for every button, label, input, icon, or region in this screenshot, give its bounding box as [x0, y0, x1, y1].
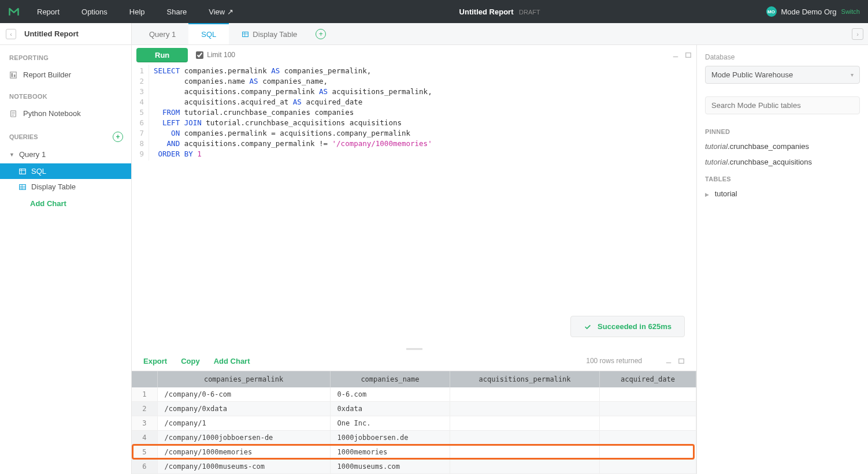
table-body: 1/company/0-6-com0-6.com2/company/0xdata…: [132, 387, 696, 474]
tab-display-table[interactable]: Display Table: [229, 23, 310, 44]
pinned-table[interactable]: tutorial.crunchbase_companies: [697, 139, 868, 154]
menu-options[interactable]: Options: [81, 8, 107, 16]
report-title: Untitled Report DRAFT: [233, 8, 766, 16]
expand-button[interactable]: ›: [852, 28, 863, 40]
table-cell: [599, 460, 696, 474]
drag-handle[interactable]: [132, 346, 696, 351]
table-cell: [599, 445, 696, 460]
table-cell: /company/0xdata: [157, 402, 330, 416]
sidebar-add-chart[interactable]: Add Chart: [0, 195, 131, 212]
table-row[interactable]: 6/company/1000museums-com1000museums.com: [132, 460, 696, 474]
org-name[interactable]: Mode Demo Org: [781, 8, 837, 16]
status-text: Succeeded in 625ms: [598, 322, 672, 331]
section-queries-label: QUERIES: [9, 133, 38, 140]
limit-label: Limit 100: [207, 51, 235, 59]
column-header[interactable]: companies_permalink: [157, 371, 330, 387]
pinned-table[interactable]: tutorial.crunchbase_acquisitions: [697, 154, 868, 170]
export-button[interactable]: Export: [143, 357, 167, 365]
line-gutter: 123456789: [132, 65, 149, 161]
org-avatar: MO: [766, 6, 777, 17]
add-tab-button[interactable]: +: [316, 29, 326, 39]
topbar-menu: Report Options Help Share View ↗: [37, 8, 233, 16]
menu-help[interactable]: Help: [129, 8, 145, 16]
results-toolbar: Export Copy Add Chart 100 rows returned: [132, 351, 696, 371]
topbar-right: MO Mode Demo Org Switch: [766, 6, 860, 17]
sidebar-item-label: Display Table: [31, 182, 76, 191]
column-header[interactable]: companies_name: [330, 371, 450, 387]
tab-query-1[interactable]: Query 1: [136, 23, 188, 44]
table-cell: [450, 431, 600, 445]
check-icon: [584, 323, 592, 331]
svg-rect-2: [14, 74, 16, 77]
column-header[interactable]: acquired_date: [599, 371, 696, 387]
sidebar-item-label: Report Builder: [23, 70, 71, 79]
notebook-icon: [9, 110, 17, 118]
maximize-icon[interactable]: [678, 357, 685, 364]
maximize-icon[interactable]: [685, 51, 692, 58]
back-button[interactable]: ‹: [6, 29, 16, 39]
sql-code[interactable]: SELECT companies.permalink AS companies_…: [149, 65, 437, 161]
table-row[interactable]: 5/company/1000memories1000memories: [132, 445, 696, 460]
table-icon: [242, 31, 249, 38]
tab-label: Query 1: [149, 30, 176, 39]
svg-rect-10: [20, 184, 26, 189]
sidebar-item-python-notebook[interactable]: Python Notebook: [0, 104, 131, 122]
table-cell: /company/0-6-com: [157, 387, 330, 402]
rows-returned: 100 rows returned: [586, 357, 642, 365]
sidebar-sql[interactable]: SQL: [0, 163, 131, 179]
table-cell: 1000memories: [330, 445, 450, 460]
run-button[interactable]: Run: [136, 48, 188, 62]
sidebar-item-report-builder[interactable]: Report Builder: [0, 66, 131, 84]
pinned-label: PINNED: [697, 122, 868, 139]
sidebar-item-label: Query 1: [19, 150, 46, 159]
menu-share[interactable]: Share: [167, 8, 187, 16]
table-row[interactable]: 1/company/0-6-com0-6.com: [132, 387, 696, 402]
tab-sql[interactable]: SQL: [188, 23, 229, 44]
right-pane: Database Mode Public Warehouse ▾ PINNED …: [697, 45, 868, 474]
status-pill: Succeeded in 625ms: [570, 316, 685, 337]
database-value: Mode Public Warehouse: [711, 70, 793, 79]
table-schema-item[interactable]: ▶ tutorial: [697, 186, 868, 201]
results-table-wrap[interactable]: companies_permalinkcompanies_nameacquisi…: [132, 371, 696, 474]
logo-icon: [8, 6, 20, 17]
minimize-icon[interactable]: [665, 357, 672, 364]
svg-rect-20: [679, 359, 684, 364]
editor-toolbar: Run Limit 100: [132, 45, 696, 65]
table-row[interactable]: 2/company/0xdata0xdata: [132, 402, 696, 416]
table-icon: [18, 183, 27, 191]
table-cell: [450, 416, 600, 431]
database-label: Database: [697, 45, 868, 66]
svg-rect-14: [243, 32, 248, 36]
sql-editor[interactable]: 123456789 SELECT companies.permalink AS …: [132, 65, 696, 161]
table-cell: [450, 445, 600, 460]
add-chart-button[interactable]: Add Chart: [214, 357, 250, 365]
column-header[interactable]: acquisitions_permalink: [450, 371, 600, 387]
table-cell: 0xdata: [330, 402, 450, 416]
editor-area: Run Limit 100: [132, 45, 868, 474]
copy-button[interactable]: Copy: [181, 357, 200, 365]
sidebar-display-table[interactable]: Display Table: [0, 179, 131, 195]
editor-window-controls: [672, 51, 692, 58]
table-cell: /company/1: [157, 416, 330, 431]
table-cell: [599, 416, 696, 431]
minimize-icon[interactable]: [672, 51, 679, 58]
add-query-button[interactable]: +: [113, 132, 123, 142]
svg-rect-7: [20, 169, 26, 174]
results-table: companies_permalinkcompanies_nameacquisi…: [132, 371, 696, 474]
section-queries: QUERIES +: [0, 122, 131, 145]
database-select[interactable]: Mode Public Warehouse ▾: [705, 66, 860, 84]
menu-report[interactable]: Report: [37, 8, 60, 16]
limit-toggle[interactable]: Limit 100: [196, 51, 235, 59]
switch-link[interactable]: Switch: [841, 8, 860, 15]
table-search-input[interactable]: [711, 101, 854, 110]
tab-label: Display Table: [253, 30, 297, 39]
table-row[interactable]: 4/company/1000jobboersen-de1000jobboerse…: [132, 431, 696, 445]
chevron-updown-icon: ▾: [851, 72, 854, 78]
menu-view[interactable]: View ↗: [209, 8, 233, 16]
table-row[interactable]: 3/company/1One Inc.: [132, 416, 696, 431]
sidebar-query-1[interactable]: ▼ Query 1: [0, 145, 131, 163]
chevron-down-icon: ▼: [9, 152, 14, 158]
limit-checkbox[interactable]: [196, 51, 203, 59]
table-cell: [450, 387, 600, 402]
table-search[interactable]: [705, 96, 860, 114]
